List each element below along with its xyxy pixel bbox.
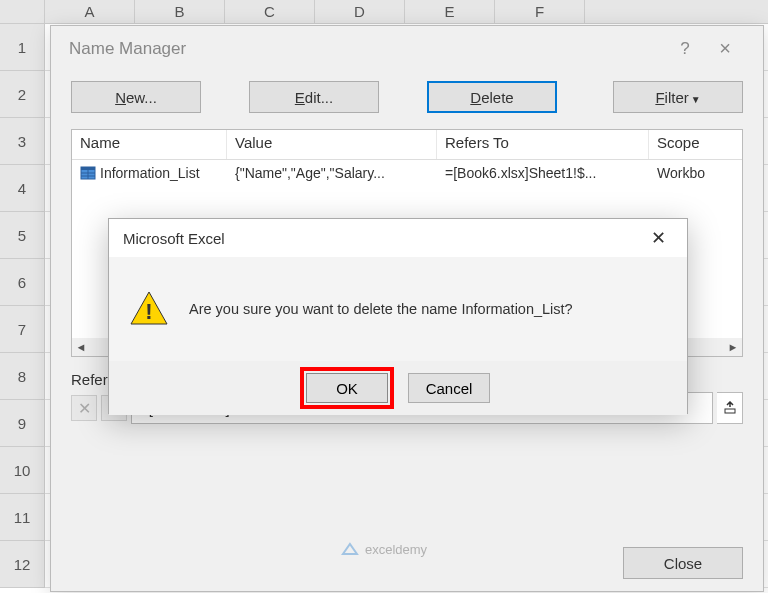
row-headers: 1 2 3 4 5 6 7 8 9 10 11 12 [0,24,45,588]
row-header[interactable]: 4 [0,165,45,212]
value-text: {"Name","Age","Salary... [227,163,437,183]
col-header-d[interactable]: D [315,0,405,23]
dialog-titlebar[interactable]: Name Manager ? × [51,26,763,71]
col-refers[interactable]: Refers To [437,130,649,159]
col-scope[interactable]: Scope [649,130,742,159]
edit-button[interactable]: Edit... [249,81,379,113]
row-header[interactable]: 7 [0,306,45,353]
confirm-message: Are you sure you want to delete the name… [189,301,573,317]
scroll-right-icon[interactable]: ► [724,338,742,356]
close-icon[interactable]: × [705,37,745,60]
name-text: Information_List [100,165,200,181]
cancel-refers-button[interactable]: ✕ [71,395,97,421]
chevron-down-icon: ▼ [691,94,701,105]
col-header-c[interactable]: C [225,0,315,23]
dialog-title: Name Manager [69,39,665,59]
confirm-dialog: Microsoft Excel ✕ ! Are you sure you wan… [108,218,688,414]
row-header[interactable]: 12 [0,541,45,588]
col-header-f[interactable]: F [495,0,585,23]
toolbar: NNew...ew... Edit... Delete Filter▼ [51,71,763,123]
delete-button[interactable]: Delete [427,81,557,113]
scroll-left-icon[interactable]: ◄ [72,338,90,356]
warning-icon: ! [129,289,169,329]
collapse-dialog-icon[interactable] [717,392,743,424]
table-icon [80,165,96,181]
row-header[interactable]: 3 [0,118,45,165]
col-name[interactable]: Name [72,130,227,159]
new-button[interactable]: NNew...ew... [71,81,201,113]
ok-button[interactable]: OK [306,373,388,403]
row-header[interactable]: 10 [0,447,45,494]
name-row[interactable]: Information_List {"Name","Age","Salary..… [72,160,742,186]
row-header[interactable]: 11 [0,494,45,541]
refers-text: =[Book6.xlsx]Sheet1!$... [437,163,649,183]
select-all-corner[interactable] [0,0,45,23]
filter-button[interactable]: Filter▼ [613,81,743,113]
scope-text: Workbo [649,163,742,183]
row-header[interactable]: 2 [0,71,45,118]
col-value[interactable]: Value [227,130,437,159]
help-button[interactable]: ? [665,39,705,59]
row-header[interactable]: 5 [0,212,45,259]
list-header: Name Value Refers To Scope [72,130,742,160]
cancel-button[interactable]: Cancel [408,373,490,403]
row-header[interactable]: 6 [0,259,45,306]
close-button[interactable]: Close [623,547,743,579]
svg-text:!: ! [145,299,152,324]
column-headers: A B C D E F [0,0,768,24]
col-header-a[interactable]: A [45,0,135,23]
svg-rect-5 [725,409,735,413]
col-header-e[interactable]: E [405,0,495,23]
row-header[interactable]: 9 [0,400,45,447]
confirm-title: Microsoft Excel [123,230,643,247]
row-header[interactable]: 1 [0,24,45,71]
col-header-b[interactable]: B [135,0,225,23]
row-header[interactable]: 8 [0,353,45,400]
svg-rect-1 [81,167,95,170]
close-icon[interactable]: ✕ [643,227,673,249]
confirm-titlebar[interactable]: Microsoft Excel ✕ [109,219,687,257]
